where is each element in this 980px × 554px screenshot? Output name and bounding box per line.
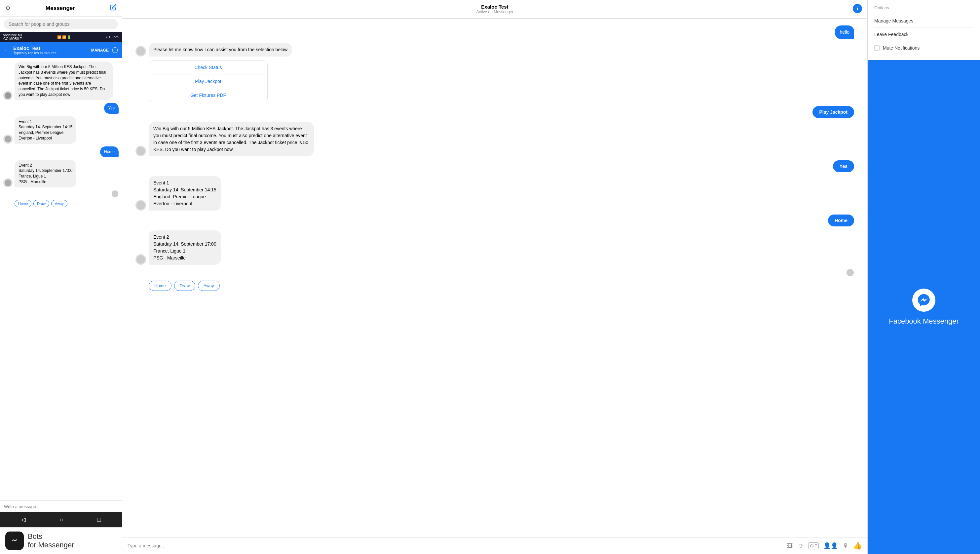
time-display: 7:13 pm <box>105 35 119 39</box>
chat-message-input[interactable] <box>127 543 783 548</box>
chat-home-reply[interactable]: Home <box>149 281 172 291</box>
messenger-promo-text: Facebook Messenger <box>889 317 959 326</box>
search-bar <box>0 16 122 32</box>
like-icon[interactable]: 👍 <box>853 541 862 550</box>
home-button[interactable]: Home <box>828 215 854 226</box>
svg-point-5 <box>137 47 145 56</box>
square-nav-icon[interactable]: □ <box>97 516 101 523</box>
phone-messages: Win Big with our 5 Million KES Jackpot. … <box>0 58 122 500</box>
svg-point-8 <box>137 255 145 264</box>
mic-icon[interactable]: 🎙 <box>843 543 848 549</box>
bot-assist-row: Please let me know how I can assist you … <box>135 43 854 57</box>
chat-status: Active on Messenger <box>126 10 863 14</box>
get-fixtures-btn[interactable]: Get Fixtures PDF <box>149 89 267 102</box>
phone-nav-bar: ◁ ○ □ <box>0 512 122 527</box>
user-message-row-2: Home <box>3 146 119 158</box>
messenger-promo-icon <box>912 288 935 312</box>
sticker-icon[interactable]: 👤👤 <box>823 542 838 549</box>
phone-status-bar: vodafone MT GO MOBILE 📶 📶 🔋 7:13 pm <box>0 32 122 42</box>
draw-reply-btn[interactable]: Draw <box>33 200 49 207</box>
bot-event1-row: Event 1 Saturday 14. September 14:15 Eng… <box>135 176 854 210</box>
options-section: Options Manage Messages Leave Feedback M… <box>868 0 980 60</box>
play-jackpot-menu-btn[interactable]: Play Jackpot <box>149 75 267 88</box>
chat-input-icons: 🖼 ☺ GIF 👤👤 🎙 👍 <box>787 541 862 550</box>
contact-subtitle: Typically replies in minutes <box>13 51 91 55</box>
svg-point-9 <box>846 269 854 276</box>
options-title: Options <box>874 5 974 10</box>
bot-avatar <box>3 91 13 100</box>
chat-bot-avatar-2 <box>135 146 146 156</box>
svg-point-7 <box>137 201 145 210</box>
phone-screenshot: vodafone MT GO MOBILE 📶 📶 🔋 7:13 pm ← Ex… <box>0 32 122 527</box>
yes-button[interactable]: Yes <box>833 160 854 172</box>
bot-event2-bubble: Event 2 Saturday 14. September 17:00 Fra… <box>149 231 221 265</box>
chat-bot-avatar <box>135 46 146 57</box>
home-user-row: Home <box>135 215 854 226</box>
check-status-btn[interactable]: Check Status <box>149 61 267 74</box>
svg-point-3 <box>112 190 118 197</box>
manage-button[interactable]: MANAGE <box>91 48 109 53</box>
user-bubble-yes: Yes <box>104 103 119 114</box>
chat-name: Exaloc Test <box>126 4 863 10</box>
mute-checkbox[interactable] <box>874 45 880 51</box>
chat-bot-avatar-3 <box>135 200 146 210</box>
chat-header-wrapper: Exaloc Test Active on Messenger i <box>122 0 867 19</box>
chat-away-reply[interactable]: Away <box>198 281 220 291</box>
svg-marker-4 <box>11 536 19 545</box>
bot-jackpot-bubble: Win Big with our 5 Million KES Jackpot. … <box>149 122 314 156</box>
back-nav-icon[interactable]: ◁ <box>21 516 26 523</box>
phone-chat-header: ← Exaloc Test Typically replies in minut… <box>0 42 122 58</box>
chat-messages: hello Please let me know how I can assis… <box>122 19 867 537</box>
compose-icon[interactable] <box>110 4 117 12</box>
messenger-promo: Facebook Messenger <box>868 60 980 554</box>
right-panel: Options Manage Messages Leave Feedback M… <box>868 0 980 554</box>
home-reply-btn[interactable]: Home <box>14 200 32 207</box>
bots-icon <box>5 532 24 550</box>
contact-info: Exaloc Test Typically replies in minutes <box>13 45 91 55</box>
phone-message-input[interactable] <box>4 504 118 509</box>
bot-bubble-1: Win Big with our 5 Million KES Jackpot. … <box>14 62 113 100</box>
bot-message-row: Win Big with our 5 Million KES Jackpot. … <box>3 62 119 100</box>
svg-point-6 <box>137 147 145 155</box>
home-nav-icon[interactable]: ○ <box>60 516 64 523</box>
manage-messages-item[interactable]: Manage Messages <box>874 14 974 28</box>
away-reply-btn[interactable]: Away <box>51 200 67 207</box>
chat-draw-reply[interactable]: Draw <box>174 281 195 291</box>
left-panel: ⚙ Messenger vodafone MT GO MOBILE 📶 📶 🔋 … <box>0 0 122 554</box>
mute-notifications-item[interactable]: Mute Notifications <box>874 41 974 54</box>
status-icons: 📶 📶 🔋 <box>57 35 71 39</box>
contact-name: Exaloc Test <box>13 45 91 51</box>
svg-point-2 <box>5 180 11 186</box>
emoji-icon[interactable]: ☺ <box>798 543 803 549</box>
svg-point-1 <box>5 136 11 142</box>
user-message-row: Yes <box>3 103 119 114</box>
user-bubble-home: Home <box>100 146 119 158</box>
info-icon[interactable]: ⓘ <box>112 46 118 54</box>
gif-icon[interactable]: GIF <box>808 543 819 549</box>
back-button[interactable]: ← <box>4 46 10 54</box>
bot-avatar-3 <box>3 178 13 188</box>
search-input[interactable] <box>4 19 118 29</box>
chat-info-button[interactable]: i <box>853 4 862 13</box>
gear-icon[interactable]: ⚙ <box>5 5 11 12</box>
bot-event2-row: Event 2 Saturday 14. September 17:00 Fra… <box>135 231 854 265</box>
leave-feedback-item[interactable]: Leave Feedback <box>874 28 974 41</box>
menu-buttons: Check Status Play Jackpot Get Fixtures P… <box>149 60 267 102</box>
play-jackpot-button[interactable]: Play Jackpot <box>813 106 854 118</box>
bot-jackpot-row: Win Big with our 5 Million KES Jackpot. … <box>135 122 854 156</box>
bot-assist-bubble: Please let me know how I can assist you … <box>149 43 292 57</box>
leave-feedback-label: Leave Feedback <box>874 32 908 37</box>
yes-user-row: Yes <box>135 160 854 172</box>
bot-avatar-2 <box>3 135 13 144</box>
chat-input-bar: 🖼 ☺ GIF 👤👤 🎙 👍 <box>122 537 867 554</box>
carrier-text: vodafone MT GO MOBILE <box>3 33 22 41</box>
user-hello-bubble: hello <box>835 25 854 39</box>
bot-message-row-2: Event 1 Saturday 14. September 14:15 Eng… <box>3 116 119 144</box>
quick-replies: Home Draw Away <box>3 200 119 207</box>
messenger-header: ⚙ Messenger <box>0 0 122 16</box>
bot-message-row-3: Event 2 Saturday 14. September 17:00 Fra… <box>3 160 119 188</box>
bot-bubble-event2: Event 2 Saturday 14. September 17:00 Fra… <box>14 160 76 188</box>
middle-panel: Exaloc Test Active on Messenger i hello … <box>122 0 868 554</box>
play-jackpot-user-row: Play Jackpot <box>135 106 854 118</box>
image-icon[interactable]: 🖼 <box>787 543 793 549</box>
